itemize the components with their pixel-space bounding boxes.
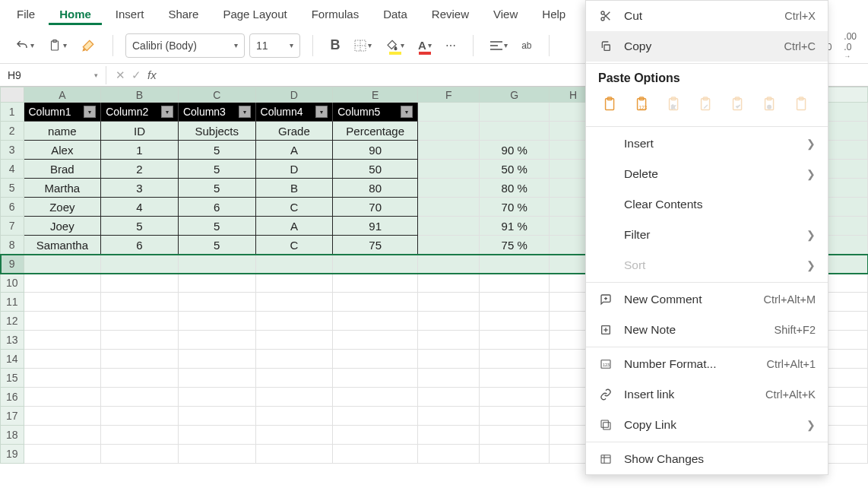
filter-icon[interactable]: ▾	[239, 106, 251, 118]
ctx-filter[interactable]: Filter ❯	[586, 220, 828, 250]
wrap-text-button[interactable]: ab	[517, 34, 537, 57]
paste-button[interactable]: ▾	[43, 34, 71, 57]
align-button[interactable]: ▾	[486, 34, 512, 57]
svg-text:fx: fx	[671, 104, 676, 109]
menu-share[interactable]: Share	[157, 3, 209, 25]
more-font-button[interactable]: ⋯	[441, 34, 461, 57]
ctx-insert[interactable]: Insert ❯	[586, 128, 828, 159]
accept-formula-icon[interactable]: ✓	[131, 68, 141, 82]
ctx-copy-link[interactable]: Copy Link ❯	[586, 410, 828, 440]
ctx-number-format[interactable]: 123 Number Format... Ctrl+Alt+1	[586, 349, 828, 379]
menu-insert[interactable]: Insert	[105, 3, 155, 25]
svg-point-9	[601, 17, 604, 21]
svg-rect-38	[603, 423, 610, 429]
name-box[interactable]: H9 ▾	[0, 66, 106, 84]
select-all-corner[interactable]	[1, 87, 24, 103]
paste-formulas-icon: fx	[662, 93, 686, 117]
chevron-right-icon: ❯	[806, 168, 816, 180]
filter-icon[interactable]: ▾	[315, 106, 328, 118]
paste-transpose-icon	[694, 93, 718, 117]
paste-options: 123 fx	[586, 90, 828, 125]
undo-button[interactable]: ▾	[11, 34, 39, 57]
bold-button[interactable]: B	[325, 34, 345, 57]
svg-text:123: 123	[638, 105, 647, 110]
paste-link-icon	[758, 93, 782, 117]
menu-formulas[interactable]: Formulas	[301, 3, 370, 25]
format-painter-button[interactable]	[76, 34, 100, 57]
menu-page-layout[interactable]: Page Layout	[212, 3, 297, 25]
menu-home[interactable]: Home	[49, 3, 102, 25]
cancel-formula-icon[interactable]: ✕	[116, 68, 125, 82]
chevron-right-icon: ❯	[806, 229, 816, 241]
ctx-delete[interactable]: Delete ❯	[586, 159, 828, 189]
filter-icon[interactable]: ▾	[84, 106, 96, 118]
svg-rect-12	[604, 45, 610, 50]
paste-picture-icon	[790, 93, 814, 117]
context-menu: Cut Ctrl+X Copy Ctrl+C Paste Options 123…	[585, 0, 828, 475]
chevron-right-icon: ❯	[806, 138, 816, 150]
ctx-paste-header: Paste Options	[586, 65, 828, 90]
menu-help[interactable]: Help	[531, 3, 576, 25]
decrease-decimal-button[interactable]: .00.0→	[843, 30, 857, 61]
ctx-clear-contents[interactable]: Clear Contents	[586, 189, 828, 220]
comment-icon	[598, 293, 613, 306]
ctx-new-comment[interactable]: New Comment Ctrl+Alt+M	[586, 284, 828, 315]
menu-review[interactable]: Review	[421, 3, 480, 25]
show-changes-icon	[598, 453, 613, 465]
menu-view[interactable]: View	[483, 3, 528, 25]
paste-values-icon[interactable]: 123	[630, 93, 654, 117]
copy-link-icon	[598, 419, 613, 431]
svg-point-27	[768, 105, 771, 109]
ctx-copy[interactable]: Copy Ctrl+C	[586, 31, 828, 62]
ctx-show-changes[interactable]: Show Changes	[586, 444, 828, 474]
fx-icon[interactable]: fx	[147, 68, 157, 81]
svg-text:123: 123	[603, 363, 610, 367]
chevron-right-icon: ❯	[806, 419, 816, 431]
ctx-insert-link[interactable]: Insert link Ctrl+Alt+K	[586, 379, 828, 410]
link-icon	[598, 388, 613, 401]
filter-icon[interactable]: ▾	[401, 106, 413, 118]
scissors-icon	[598, 10, 613, 22]
svg-rect-39	[601, 455, 610, 464]
svg-rect-37	[601, 420, 608, 427]
paste-formatting-icon	[726, 93, 750, 117]
number-format-icon: 123	[598, 358, 613, 370]
ctx-sort: Sort ❯	[586, 250, 828, 280]
copy-icon	[598, 40, 613, 52]
svg-point-8	[601, 11, 604, 14]
font-name-select[interactable]: Calibri (Body)▾	[125, 33, 245, 58]
menu-data[interactable]: Data	[372, 3, 418, 25]
filter-icon[interactable]: ▾	[161, 106, 173, 118]
fill-color-button[interactable]: ▾	[381, 34, 409, 57]
font-size-select[interactable]: 11▾	[249, 33, 300, 58]
font-color-button[interactable]: A ▾	[413, 34, 436, 57]
note-icon	[598, 324, 613, 336]
paste-default-icon[interactable]	[598, 93, 622, 117]
chevron-right-icon: ❯	[806, 259, 816, 271]
ctx-cut[interactable]: Cut Ctrl+X	[586, 1, 828, 31]
ctx-new-note[interactable]: New Note Shift+F2	[586, 315, 828, 345]
borders-button[interactable]: ▾	[350, 34, 376, 57]
menu-file[interactable]: File	[6, 3, 46, 25]
